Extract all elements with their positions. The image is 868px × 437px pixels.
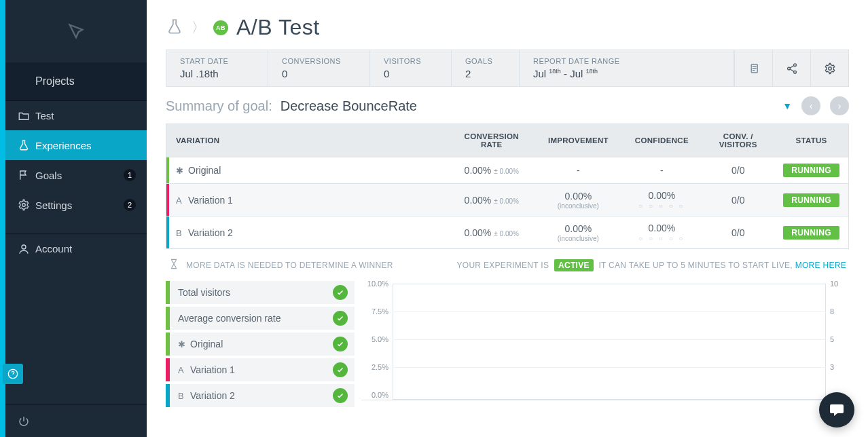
logo (5, 0, 147, 62)
sidebar-item-label: Projects (35, 75, 75, 88)
variation-prefix: A (176, 195, 184, 206)
dropdown-toggle[interactable]: ▼ (782, 100, 792, 111)
check-icon (333, 362, 348, 377)
cell-confidence: - (621, 157, 702, 184)
sidebar-item-goals[interactable]: Goals 1 (5, 160, 147, 190)
summary-label: Summary of goal: (166, 98, 272, 114)
stat-date-range: REPORT DATE RANGE Jul 18th - Jul 18th (520, 50, 734, 86)
flag-icon (18, 169, 35, 181)
help-button[interactable] (3, 364, 23, 384)
sidebar-item-account[interactable]: Account (5, 233, 147, 263)
gridline (393, 311, 826, 312)
legend-item[interactable]: ✱Original (166, 332, 355, 356)
check-icon (333, 388, 348, 403)
check-icon (333, 337, 348, 352)
user-icon (18, 243, 35, 255)
settings-button[interactable] (810, 50, 848, 86)
cell-conv: 0/0 (702, 157, 774, 184)
gridline (393, 367, 826, 368)
cell-rate: 0.00%± 0.00% (448, 216, 535, 249)
logout-button[interactable] (5, 404, 147, 437)
main: 〉 AB A/B Test START DATE Jul .18th CONVE… (147, 0, 868, 437)
summary-row: Summary of goal: Decrease BounceRate ▼ ‹… (166, 96, 849, 115)
col-improvement: IMPROVEMENT (535, 124, 621, 157)
clipboard-button[interactable] (734, 50, 772, 86)
variation-name: Variation 2 (188, 227, 233, 238)
y-tick-left: 0.0% (361, 391, 388, 399)
legend-label: Variation 1 (190, 364, 333, 375)
sidebar-item-experiences[interactable]: Experiences (5, 130, 147, 160)
stat-visitors: VISITORS 0 (370, 50, 452, 86)
sidebar-item-settings[interactable]: Settings 2 (5, 190, 147, 220)
y-tick-left: 2.5% (361, 363, 388, 371)
col-confidence: CONFIDENCE (621, 124, 702, 157)
stat-label: START DATE (180, 57, 254, 65)
variation-name: Variation 1 (188, 195, 233, 206)
share-button[interactable] (772, 50, 810, 86)
chart-legend: Total visitorsAverage conversion rate✱Or… (166, 281, 355, 410)
stat-conversions: CONVERSIONS 0 (268, 50, 370, 86)
stat-value: Jul .18th (180, 68, 254, 79)
ab-badge: AB (213, 20, 228, 35)
sidebar-item-label: Account (35, 243, 72, 254)
variation-prefix: B (176, 228, 184, 238)
stat-value: 0 (384, 68, 437, 79)
stat-value: 0 (282, 68, 356, 79)
col-variation: VARIATION (166, 124, 449, 157)
variation-prefix: ✱ (176, 166, 184, 176)
table-row[interactable]: BVariation 20.00%± 0.00%0.00%(inconclusi… (166, 216, 849, 249)
prev-button[interactable]: ‹ (801, 96, 820, 115)
y-tick-right: 5 (830, 335, 849, 343)
cell-improvement: 0.00%(inconclusive) (535, 184, 621, 216)
stat-actions (734, 50, 848, 86)
hourglass-icon (168, 259, 179, 271)
y-tick-left: 10.0% (361, 280, 388, 288)
info-right-pre: YOUR EXPERIMENT IS (456, 261, 549, 270)
info-bar: MORE DATA IS NEEDED TO DETERMINE A WINNE… (166, 249, 849, 281)
more-here-link[interactable]: MORE HERE (795, 261, 846, 270)
legend-item[interactable]: Average conversion rate (166, 307, 355, 330)
status-pill: ACTIVE (554, 259, 594, 271)
y-tick-left: 7.5% (361, 307, 388, 316)
info-right-post: IT CAN TAKE UP TO 5 MINUTES TO START LIV… (598, 261, 793, 270)
sidebar-item-test[interactable]: Test (5, 100, 147, 130)
check-icon (333, 285, 348, 300)
folder-icon (18, 110, 35, 122)
y-tick-right: 10 (830, 280, 849, 288)
next-button[interactable]: › (830, 96, 849, 115)
gear-icon (18, 199, 35, 211)
legend-label: Original (190, 339, 333, 349)
table-row[interactable]: ✱Original0.00%± 0.00%--0/0RUNNING (166, 157, 849, 184)
cell-rate: 0.00%± 0.00% (448, 157, 535, 184)
stat-value: 2 (465, 68, 505, 79)
sidebar-item-projects[interactable]: Projects (5, 62, 147, 100)
legend-item[interactable]: BVariation 2 (166, 384, 355, 407)
table-row[interactable]: AVariation 10.00%± 0.00%0.00%(inconclusi… (166, 184, 849, 216)
cell-conv: 0/0 (702, 216, 774, 249)
sidebar: Projects Test Experiences Goals 1 Sett (5, 0, 147, 437)
legend-item[interactable]: Total visitors (166, 281, 355, 304)
chevron-right-icon: 〉 (192, 18, 205, 37)
stat-label: CONVERSIONS (282, 57, 356, 65)
legend-label: Total visitors (178, 287, 333, 298)
stat-label: VISITORS (384, 57, 437, 65)
sidebar-item-label: Settings (35, 200, 72, 211)
y-tick-right: 3 (830, 363, 849, 371)
summary-goal: Decrease BounceRate (281, 98, 417, 114)
chat-button[interactable] (819, 392, 854, 428)
legend-item[interactable]: AVariation 1 (166, 358, 355, 381)
check-icon (333, 311, 348, 326)
gridline (393, 339, 826, 340)
stats-bar: START DATE Jul .18th CONVERSIONS 0 VISIT… (166, 50, 849, 87)
sidebar-item-label: Test (35, 110, 54, 121)
legend-label: Variation 2 (190, 390, 333, 401)
cell-status: RUNNING (774, 216, 848, 249)
col-conv: CONV. / VISITORS (702, 124, 774, 157)
legend-prefix: B (178, 391, 186, 401)
sidebar-item-label: Experiences (35, 140, 92, 151)
svg-point-0 (22, 204, 26, 207)
flask-icon (166, 18, 183, 38)
cell-confidence: 0.00%○ ○ ○ ○ ○ (621, 216, 702, 249)
cell-conv: 0/0 (702, 184, 774, 216)
y-tick-left: 5.0% (361, 335, 388, 343)
